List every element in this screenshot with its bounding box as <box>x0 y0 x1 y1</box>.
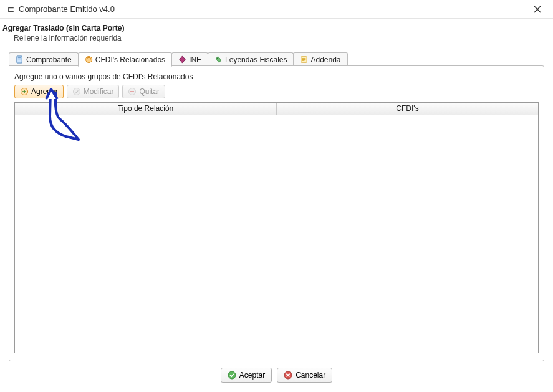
instruction-text: Agregue uno o varios grupos de CFDI's Re… <box>14 72 539 81</box>
page-subtitle: Rellene la información requerida <box>14 34 547 42</box>
remove-icon <box>128 87 137 96</box>
tab-leyendas-fiscales[interactable]: Leyendas Fiscales <box>208 52 294 66</box>
edit-icon <box>72 87 81 96</box>
add-icon <box>20 87 29 96</box>
diamond-icon <box>178 55 186 64</box>
tab-label: Addenda <box>310 55 340 64</box>
cancel-button[interactable]: Cancelar <box>277 368 332 383</box>
tabbar: Comprobante CFDI's Relacionados INE Leye… <box>9 51 544 66</box>
tab-comprobante[interactable]: Comprobante <box>9 52 79 66</box>
remove-button: Quitar <box>122 85 165 98</box>
tag-icon <box>214 55 223 64</box>
button-label: Modificar <box>84 87 114 96</box>
page-title: Agregar Traslado (sin Carta Porte) <box>2 24 547 32</box>
close-icon <box>534 6 541 13</box>
header-area: Agregar Traslado (sin Carta Porte) Relle… <box>0 19 553 51</box>
add-button[interactable]: Agregar <box>14 85 64 98</box>
accept-button[interactable]: Aceptar <box>221 368 272 383</box>
titlebar: ⊏ Comprobante Emitido v4.0 <box>0 0 553 19</box>
svg-point-2 <box>217 58 218 59</box>
addenda-icon <box>300 55 308 64</box>
data-grid[interactable]: Tipo de Relación CFDI's <box>14 102 539 353</box>
button-label: Cancelar <box>296 371 325 380</box>
grid-body <box>15 115 538 353</box>
window-title: Comprobante Emitido v4.0 <box>19 4 115 14</box>
app-icon: ⊏ <box>6 5 15 14</box>
svg-rect-0 <box>17 56 22 63</box>
edit-button: Modificar <box>67 85 120 98</box>
tab-ine[interactable]: INE <box>171 52 208 66</box>
tab-label: Leyendas Fiscales <box>225 55 287 64</box>
check-icon <box>228 371 236 380</box>
tab-label: CFDI's Relacionados <box>95 55 165 64</box>
document-icon <box>16 55 24 64</box>
link-icon <box>85 55 93 64</box>
content: Comprobante CFDI's Relacionados INE Leye… <box>0 51 553 391</box>
toolbar: Agregar Modificar Quitar <box>14 85 539 98</box>
tab-label: INE <box>189 55 201 64</box>
button-label: Quitar <box>139 87 160 96</box>
cancel-icon <box>284 371 292 380</box>
column-cfdis[interactable]: CFDI's <box>277 103 538 115</box>
button-label: Agregar <box>31 87 58 96</box>
tab-panel-cfdis-relacionados: Agregue uno o varios grupos de CFDI's Re… <box>9 65 544 361</box>
close-button[interactable] <box>528 1 547 17</box>
dialog-footer: Aceptar Cancelar <box>9 361 544 385</box>
button-label: Aceptar <box>239 371 265 380</box>
tab-label: Comprobante <box>26 55 72 64</box>
grid-header: Tipo de Relación CFDI's <box>15 103 538 115</box>
tab-cfdis-relacionados[interactable]: CFDI's Relacionados <box>78 52 172 67</box>
column-tipo-relacion[interactable]: Tipo de Relación <box>15 103 277 115</box>
tab-addenda[interactable]: Addenda <box>293 52 347 66</box>
